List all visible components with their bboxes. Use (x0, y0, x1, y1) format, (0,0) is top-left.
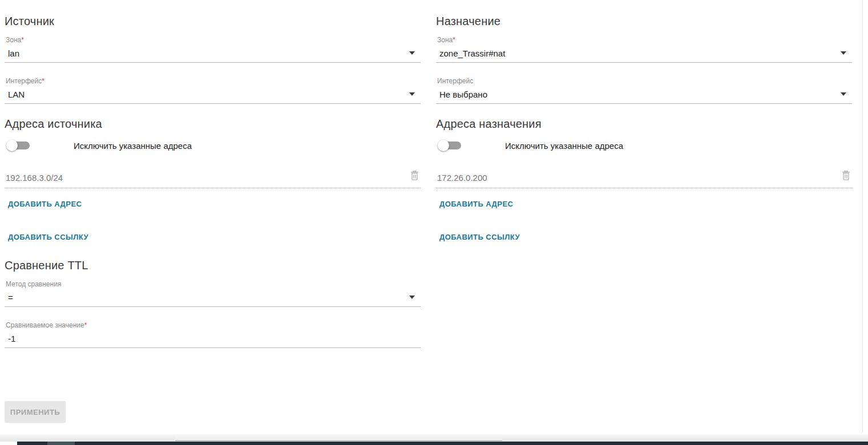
source-zone-value[interactable]: lan (5, 48, 421, 59)
source-zone-label-text: Зона (6, 36, 21, 44)
trash-icon[interactable] (841, 169, 851, 183)
trash-icon[interactable] (410, 169, 419, 183)
toggle-thumb (438, 140, 449, 151)
chevron-down-icon[interactable] (841, 92, 846, 96)
destination-interface-value[interactable]: Не выбрано (436, 89, 852, 100)
chevron-down-icon[interactable] (409, 296, 415, 299)
destination-zone-label-text: Зона (437, 36, 453, 44)
apply-button[interactable]: ПРИМЕНИТЬ (5, 401, 66, 423)
source-exclude-toggle-label: Исключить указанные адреса (74, 141, 192, 151)
ttl-value-label: Сравниваемое значение* (5, 321, 421, 329)
taskbar-item-highlight (47, 442, 75, 445)
chevron-down-icon[interactable] (409, 92, 415, 96)
ttl-method-label: Метод сравнения (5, 280, 421, 288)
required-asterisk: * (453, 36, 455, 44)
source-exclude-toggle-row: Исключить указанные адреса (5, 139, 421, 152)
ttl-method-select[interactable]: Метод сравнения = (5, 280, 421, 307)
source-addresses-title: Адреса источника (5, 118, 421, 131)
required-asterisk: * (84, 321, 87, 329)
destination-add-link-button[interactable]: ДОБАВИТЬ ССЫЛКУ (436, 233, 520, 242)
chevron-down-icon[interactable] (841, 51, 846, 55)
source-title: Источник (5, 15, 421, 28)
chevron-down-icon[interactable] (409, 51, 415, 55)
ttl-method-value[interactable]: = (5, 292, 421, 303)
source-zone-select[interactable]: Зона* lan (5, 36, 421, 63)
source-address-input[interactable] (5, 172, 410, 183)
ttl-method-label-text: Метод сравнения (6, 280, 61, 288)
destination-exclude-toggle-row: Исключить указанные адреса (436, 139, 852, 152)
ttl-value-field[interactable]: Сравниваемое значение* -1 (5, 321, 421, 348)
destination-title: Назначение (436, 15, 852, 28)
horizontal-scrollbar-thumb[interactable] (175, 435, 502, 441)
destination-interface-label-text: Интерфейс (437, 77, 473, 85)
source-interface-label-text: Интерфейс (6, 77, 42, 85)
source-exclude-toggle[interactable] (6, 140, 31, 151)
required-asterisk: * (42, 77, 45, 85)
ttl-value-label-text: Сравниваемое значение (6, 321, 84, 329)
source-interface-select[interactable]: Интерфейс* LAN (5, 77, 421, 104)
ttl-title: Сравнение TTL (5, 259, 421, 272)
source-zone-label: Зона* (5, 36, 421, 44)
source-column: Источник Зона* lan Интерфейс* LAN Адреса… (5, 0, 421, 348)
destination-address-row (436, 169, 852, 188)
destination-addresses-title: Адреса назначения (436, 118, 852, 131)
vertical-scrollbar-edge (862, 0, 863, 432)
destination-zone-value[interactable]: zone_Trassir#nat (436, 48, 852, 59)
ttl-value-value[interactable]: -1 (5, 333, 421, 344)
required-asterisk: * (21, 36, 24, 44)
taskbar-edge (0, 442, 868, 445)
destination-interface-label: Интерфейс (436, 77, 852, 85)
destination-address-input[interactable] (436, 172, 841, 183)
destination-zone-label: Зона* (436, 36, 852, 44)
taskbar-corner (0, 442, 17, 445)
destination-column: Назначение Зона* zone_Trassir#nat Интерф… (436, 0, 852, 348)
destination-exclude-toggle[interactable] (438, 140, 463, 151)
source-add-link-button[interactable]: ДОБАВИТЬ ССЫЛКУ (5, 233, 88, 242)
source-address-row (5, 169, 421, 188)
source-interface-label: Интерфейс* (5, 77, 421, 85)
source-add-address-button[interactable]: ДОБАВИТЬ АДРЕС (5, 200, 82, 209)
form-columns: Источник Зона* lan Интерфейс* LAN Адреса… (0, 0, 868, 348)
toggle-thumb (6, 140, 18, 151)
source-interface-value[interactable]: LAN (5, 89, 421, 100)
destination-interface-select[interactable]: Интерфейс Не выбрано (436, 77, 852, 104)
destination-exclude-toggle-label: Исключить указанные адреса (505, 141, 623, 151)
destination-add-address-button[interactable]: ДОБАВИТЬ АДРЕС (436, 200, 513, 209)
horizontal-scrollbar-track[interactable] (0, 434, 868, 442)
destination-zone-select[interactable]: Зона* zone_Trassir#nat (436, 36, 852, 63)
